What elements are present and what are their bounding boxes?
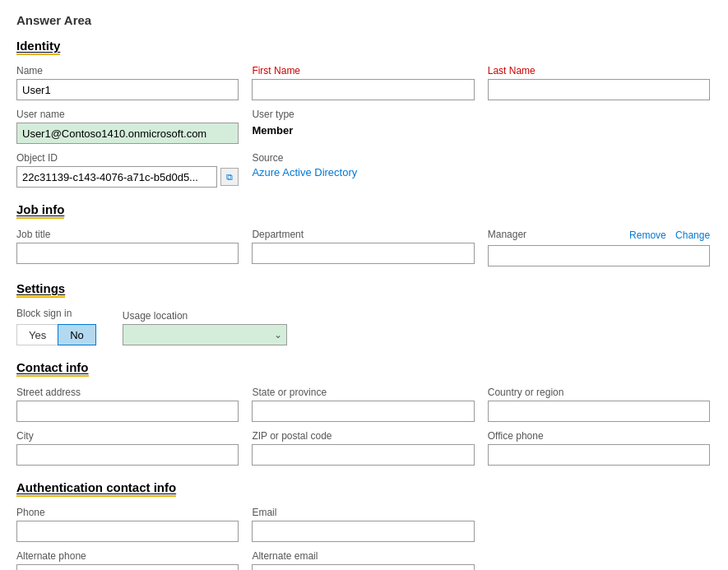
contactinfo-section-title: Contact info	[16, 360, 89, 377]
usertype-value: Member	[252, 123, 474, 137]
copy-icon-symbol: ⧉	[226, 172, 233, 183]
objectid-row: ⧉	[16, 166, 239, 188]
altemail-input[interactable]	[252, 564, 474, 570]
name-field-group: Name	[16, 65, 239, 100]
name-label: Name	[16, 65, 239, 76]
source-field-group: Source Azure Active Directory	[252, 152, 474, 178]
usagelocation-field-group: Usage location ⌄	[123, 310, 287, 345]
identity-row-1: Name First Name Last Name	[16, 65, 712, 100]
city-input[interactable]	[16, 444, 239, 466]
lastname-field-group: Last Name	[488, 65, 710, 100]
streetaddress-input[interactable]	[16, 401, 239, 422]
state-label: State or province	[252, 387, 474, 398]
zip-input[interactable]	[252, 444, 474, 466]
authcontactinfo-row-2: Alternate phone Alternate email	[16, 550, 712, 570]
jobinfo-section-title: Job info	[16, 202, 64, 219]
altphone-label: Alternate phone	[16, 550, 239, 562]
officephone-field-group: Office phone	[488, 430, 710, 466]
manager-change-link[interactable]: Change	[675, 229, 710, 241]
objectid-input[interactable]	[16, 166, 217, 188]
contactinfo-row-1: Street address State or province Country…	[16, 387, 712, 422]
firstname-input[interactable]	[252, 79, 474, 100]
state-input[interactable]	[252, 401, 474, 422]
settings-section: Settings Block sign in Yes No Usage loca…	[16, 281, 712, 345]
officephone-input[interactable]	[488, 444, 710, 466]
jobinfo-row-1: Job title Department Manager Remove Chan…	[16, 229, 712, 266]
phone-input[interactable]	[16, 521, 239, 542]
department-field-group: Department	[252, 229, 474, 264]
country-label: Country or region	[488, 387, 710, 398]
usagelocation-label: Usage location	[123, 310, 287, 322]
city-label: City	[16, 430, 239, 442]
identity-row-3: Object ID ⧉ Source Azure Active Director…	[16, 152, 712, 188]
department-input[interactable]	[252, 243, 474, 264]
lastname-label: Last Name	[488, 65, 710, 76]
identity-section: Identity Name First Name Last Name User …	[16, 39, 712, 188]
country-input[interactable]	[488, 401, 710, 422]
phone-label: Phone	[16, 507, 239, 518]
manager-label: Manager	[488, 229, 526, 240]
jobtitle-input[interactable]	[16, 243, 239, 264]
username-field-group: User name	[16, 109, 239, 144]
authcontactinfo-section-title: Authentication contact info	[16, 480, 176, 497]
answer-area-title: Answer Area	[16, 13, 712, 27]
state-field-group: State or province	[252, 387, 474, 422]
settings-section-title: Settings	[16, 281, 65, 298]
officephone-label: Office phone	[488, 430, 710, 442]
email-label: Email	[252, 507, 474, 518]
copy-icon[interactable]: ⧉	[220, 168, 239, 186]
objectid-field-group: Object ID ⧉	[16, 152, 239, 188]
manager-remove-link[interactable]: Remove	[629, 229, 666, 241]
username-input[interactable]	[16, 123, 239, 144]
usagelocation-dropdown-wrapper: ⌄	[123, 324, 287, 345]
department-label: Department	[252, 229, 474, 240]
username-label: User name	[16, 109, 239, 120]
usertype-field-group: User type Member	[252, 109, 474, 137]
identity-section-title: Identity	[16, 39, 60, 55]
email-input[interactable]	[252, 521, 474, 542]
no-button[interactable]: No	[58, 324, 96, 345]
firstname-field-group: First Name	[252, 65, 474, 100]
identity-row-2: User name User type Member	[16, 109, 712, 144]
objectid-label: Object ID	[16, 152, 239, 164]
source-value-link[interactable]: Azure Active Directory	[252, 166, 474, 178]
altphone-input[interactable]	[16, 564, 239, 570]
manager-field-group: Manager Remove Change	[488, 229, 710, 266]
city-field-group: City	[16, 430, 239, 466]
streetaddress-label: Street address	[16, 387, 239, 398]
jobinfo-section: Job info Job title Department Manager Re…	[16, 202, 712, 266]
altemail-label: Alternate email	[252, 550, 474, 562]
zip-label: ZIP or postal code	[252, 430, 474, 442]
authcontactinfo-section: Authentication contact info Phone Email …	[16, 480, 712, 570]
email-field-group: Email	[252, 507, 474, 542]
yes-button[interactable]: Yes	[16, 324, 58, 345]
manager-input[interactable]	[488, 245, 710, 266]
jobtitle-label: Job title	[16, 229, 239, 240]
zip-field-group: ZIP or postal code	[252, 430, 474, 466]
contactinfo-row-2: City ZIP or postal code Office phone	[16, 430, 712, 466]
blocksignin-label: Block sign in	[16, 308, 96, 319]
manager-actions: Remove Change	[629, 229, 710, 243]
altphone-field-group: Alternate phone	[16, 550, 239, 570]
firstname-label: First Name	[252, 65, 474, 76]
blocksignin-group: Block sign in Yes No	[16, 308, 96, 345]
lastname-input[interactable]	[488, 79, 710, 100]
usertype-label: User type	[252, 109, 474, 120]
toggle-buttons: Yes No	[16, 324, 96, 345]
altemail-field-group: Alternate email	[252, 550, 474, 570]
country-field-group: Country or region	[488, 387, 710, 422]
name-input[interactable]	[16, 79, 239, 100]
phone-field-group: Phone	[16, 507, 239, 542]
usagelocation-select[interactable]	[123, 324, 287, 345]
jobtitle-field-group: Job title	[16, 229, 239, 264]
settings-row: Block sign in Yes No Usage location ⌄	[16, 308, 712, 345]
source-label: Source	[252, 152, 474, 164]
streetaddress-field-group: Street address	[16, 387, 239, 422]
contactinfo-section: Contact info Street address State or pro…	[16, 360, 712, 466]
manager-spacer	[670, 229, 672, 241]
authcontactinfo-row-1: Phone Email	[16, 507, 712, 542]
manager-label-row: Manager Remove Change	[488, 229, 710, 243]
